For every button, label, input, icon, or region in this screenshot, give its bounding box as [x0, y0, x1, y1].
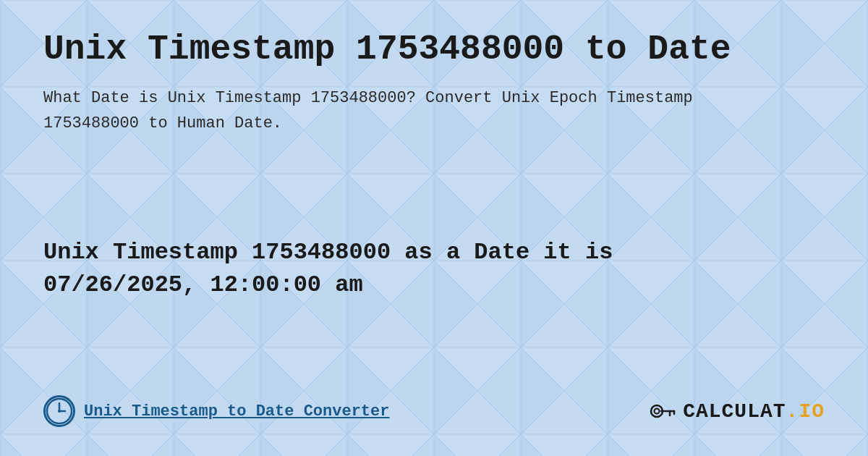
result-line2: 07/26/2025, 12:00:00 am — [43, 271, 363, 298]
logo-main: CALCULAT — [683, 400, 786, 423]
svg-point-9 — [58, 410, 61, 413]
logo-icon — [648, 397, 677, 426]
svg-point-11 — [655, 409, 660, 414]
clock-icon — [43, 395, 75, 427]
site-logo: CALCULAT.IO — [648, 397, 825, 426]
result-line1: Unix Timestamp 1753488000 as a Date it i… — [43, 239, 613, 266]
page-description: What Date is Unix Timestamp 1753488000? … — [43, 85, 694, 136]
footer-converter-link[interactable]: Unix Timestamp to Date Converter — [84, 402, 389, 421]
logo-text: CALCULAT.IO — [683, 400, 825, 423]
result-text: Unix Timestamp 1753488000 as a Date it i… — [43, 237, 825, 302]
page-title: Unix Timestamp 1753488000 to Date — [43, 29, 825, 71]
logo-accent: .IO — [786, 400, 825, 423]
